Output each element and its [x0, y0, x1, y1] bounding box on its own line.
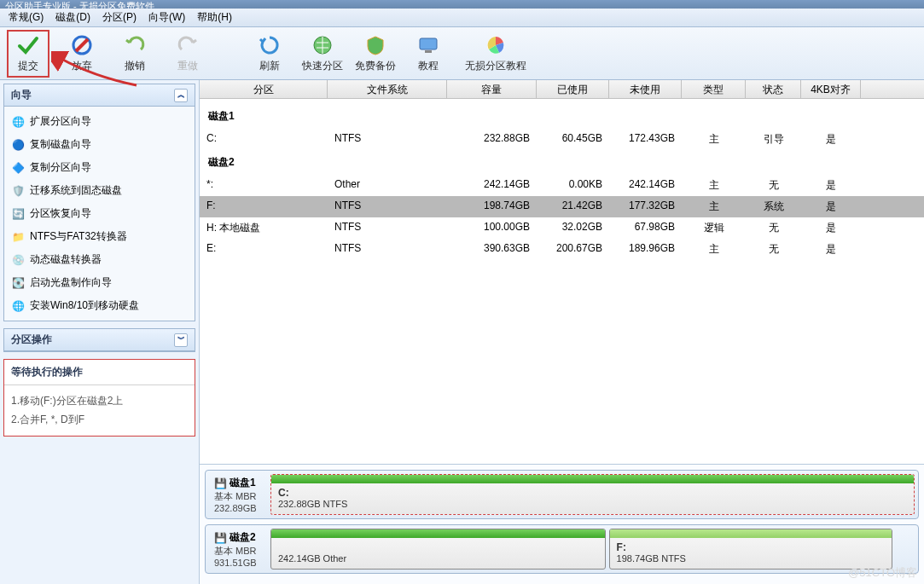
disk-name: 💾磁盘2 — [214, 530, 265, 545]
wizard-label: 复制分区向导 — [30, 160, 91, 175]
partition-grid-body: 磁盘1C:NTFS232.88GB60.45GB172.43GB主引导是磁盘2*… — [200, 99, 924, 464]
partition-stripe — [271, 475, 914, 483]
partition-bar[interactable]: F:198.74GB NTFS — [609, 529, 892, 570]
menu-item[interactable]: 向导(W) — [143, 9, 190, 26]
partition-grid-header: 分区文件系统容量已使用未使用类型状态4KB对齐 — [200, 80, 924, 99]
cell: 189.96GB — [609, 241, 682, 257]
wizard-item[interactable]: 🔵复制磁盘向导 — [4, 133, 195, 156]
cell: C: — [200, 131, 328, 147]
wizard-icon: 🔷 — [11, 161, 25, 175]
tutorial-button[interactable]: 教程 — [408, 31, 449, 77]
undo-button[interactable]: 撤销 — [114, 31, 155, 77]
column-header[interactable]: 容量 — [447, 80, 537, 98]
backup-button[interactable]: 免费备份 — [355, 31, 396, 77]
partition-bar-label: C:232.88GB NTFS — [271, 483, 914, 512]
wizard-item[interactable]: 🔷复制分区向导 — [4, 156, 195, 179]
column-header[interactable]: 类型 — [682, 80, 746, 98]
disk-icon: 💾 — [214, 477, 227, 489]
wizard-item[interactable]: 🌐安装Win8/10到移动硬盘 — [4, 294, 195, 317]
cell: 是 — [801, 199, 861, 215]
colorwheel-icon — [484, 33, 508, 57]
partition-bar[interactable]: C:232.88GB NTFS — [270, 474, 915, 515]
cell: NTFS — [328, 199, 447, 215]
wizard-item[interactable]: 💽启动光盘制作向导 — [4, 271, 195, 294]
wizard-item[interactable]: 🛡️迁移系统到固态磁盘 — [4, 179, 195, 202]
wizard-label: 复制磁盘向导 — [30, 137, 91, 152]
lossless-tutorial-button[interactable]: 无损分区教程 — [461, 31, 531, 77]
wizard-item[interactable]: 📁NTFS与FAT32转换器 — [4, 225, 195, 248]
wizard-icon: 📁 — [11, 230, 25, 244]
cell: 172.43GB — [609, 131, 682, 147]
partition-bar-label: 242.14GB Other — [271, 538, 605, 567]
column-header[interactable]: 已使用 — [537, 80, 609, 98]
disk-map: 💾磁盘2基本 MBR931.51GB242.14GB OtherF:198.74… — [205, 524, 919, 574]
column-header[interactable]: 文件系统 — [328, 80, 447, 98]
checkmark-icon — [16, 33, 40, 57]
cell: 逻辑 — [682, 220, 746, 236]
quick-partition-button[interactable]: 快速分区 — [302, 31, 343, 77]
backup-label: 免费备份 — [355, 59, 396, 73]
wizard-label: 安装Win8/10到移动硬盘 — [30, 298, 139, 313]
wizard-label: 动态磁盘转换器 — [30, 252, 102, 267]
cell: 主 — [682, 177, 746, 194]
column-header[interactable]: 分区 — [200, 80, 328, 98]
cell: 390.63GB — [447, 241, 537, 257]
wizard-item[interactable]: 🌐扩展分区向导 — [4, 110, 195, 133]
cell: H: 本地磁盘 — [200, 220, 328, 236]
ops-panel-title: 分区操作 — [11, 332, 52, 347]
toolbar: 提交 放弃 撤销 重做 刷新 快速分区 免费备份 教程 无损分区教程 — [0, 27, 924, 80]
cell: 无 — [746, 241, 801, 257]
sidebar: 向导 ︽ 🌐扩展分区向导🔵复制磁盘向导🔷复制分区向导🛡️迁移系统到固态磁盘🔄分区… — [0, 80, 200, 584]
partition-row[interactable]: C:NTFS232.88GB60.45GB172.43GB主引导是 — [200, 129, 924, 150]
wizard-label: 启动光盘制作向导 — [30, 275, 112, 290]
partition-row[interactable]: E:NTFS390.63GB200.67GB189.96GB主无是 — [200, 239, 924, 260]
disk-map: 💾磁盘1基本 MBR232.89GBC:232.88GB NTFS — [205, 470, 919, 519]
partition-bar-label: F:198.74GB NTFS — [610, 538, 892, 567]
partition-row[interactable]: *:Other242.14GB0.00KB242.14GB主无是 — [200, 175, 924, 196]
column-header[interactable]: 4KB对齐 — [801, 80, 861, 98]
wizard-item[interactable]: 🔄分区恢复向导 — [4, 202, 195, 225]
wizard-icon: 🌐 — [11, 299, 25, 313]
wizard-item[interactable]: 💿动态磁盘转换器 — [4, 248, 195, 271]
pending-item: 2.合并F, *, D到F — [11, 411, 188, 430]
column-header[interactable]: 未使用 — [609, 80, 682, 98]
commit-button[interactable]: 提交 — [9, 31, 48, 77]
expand-icon[interactable]: ︾ — [174, 333, 188, 347]
cell: 主 — [682, 199, 746, 215]
cell: E: — [200, 241, 328, 257]
cell: 0.00KB — [537, 177, 609, 194]
cell: 系统 — [746, 199, 801, 215]
partition-row[interactable]: F:NTFS198.74GB21.42GB177.32GB主系统是 — [200, 196, 924, 217]
menu-item[interactable]: 帮助(H) — [192, 9, 237, 26]
column-header[interactable]: 状态 — [746, 80, 801, 98]
cell: 60.45GB — [537, 131, 609, 147]
menu-bar: 常规(G)磁盘(D)分区(P)向导(W)帮助(H) — [0, 9, 924, 27]
menu-item[interactable]: 常规(G) — [3, 9, 49, 26]
cell: 是 — [801, 177, 861, 194]
wizard-panel: 向导 ︽ 🌐扩展分区向导🔵复制磁盘向导🔷复制分区向导🛡️迁移系统到固态磁盘🔄分区… — [3, 84, 195, 321]
cell: 是 — [801, 220, 861, 236]
menu-item[interactable]: 磁盘(D) — [50, 9, 96, 26]
collapse-icon[interactable]: ︽ — [174, 89, 188, 102]
partition-bar[interactable]: 242.14GB Other — [270, 529, 606, 570]
discard-button[interactable]: 放弃 — [61, 31, 102, 77]
partition-row[interactable]: H: 本地磁盘NTFS100.00GB32.02GB67.98GB逻辑无是 — [200, 217, 924, 239]
discard-icon — [70, 33, 94, 57]
menu-item[interactable]: 分区(P) — [97, 9, 142, 26]
undo-label: 撤销 — [125, 59, 145, 73]
disk-sub: 基本 MBR — [214, 545, 265, 558]
wizard-icon: 💽 — [11, 276, 25, 290]
cell: 242.14GB — [609, 177, 682, 194]
lossless-label: 无损分区教程 — [465, 59, 526, 73]
redo-button[interactable]: 重做 — [167, 31, 208, 77]
disk-group-label: 磁盘2 — [200, 150, 924, 175]
globe-icon — [311, 33, 334, 57]
tutorial-label: 教程 — [418, 59, 439, 73]
refresh-button[interactable]: 刷新 — [249, 31, 290, 77]
cell: 主 — [682, 241, 746, 257]
cell: 引导 — [746, 131, 801, 147]
wizard-icon: 💿 — [11, 253, 25, 267]
wizard-icon: 🌐 — [11, 115, 25, 129]
shield-icon — [363, 33, 387, 57]
redo-icon — [176, 33, 200, 57]
